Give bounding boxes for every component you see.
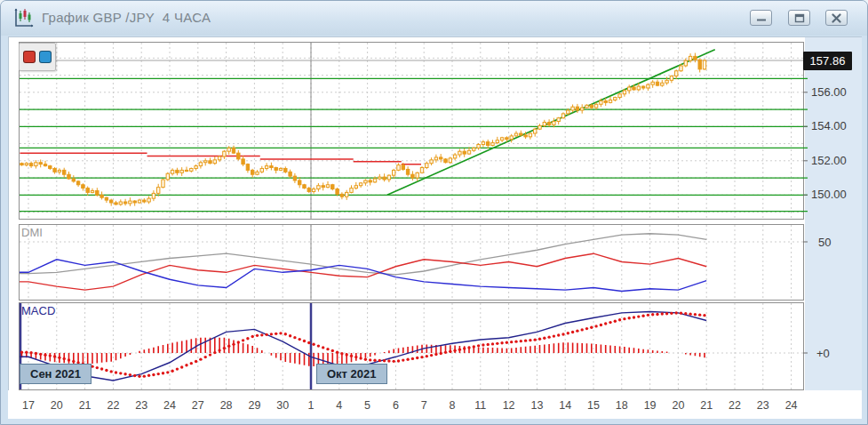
date-axis-label: 6	[384, 399, 407, 412]
date-axis-label: 28	[215, 399, 238, 412]
price-axis-label: 152.00	[811, 154, 847, 167]
macd-panel[interactable]	[19, 302, 804, 390]
dmi-panel[interactable]	[19, 224, 804, 301]
date-axis-label: 21	[74, 399, 97, 412]
date-axis-label: 24	[158, 399, 181, 412]
dmi-indicator-label: DMI	[21, 226, 43, 239]
price-panel[interactable]	[19, 42, 804, 220]
blue-marker-button[interactable]	[39, 51, 52, 63]
minimize-icon	[756, 13, 767, 22]
restore-icon	[794, 13, 805, 23]
date-axis-label: 18	[610, 399, 633, 412]
date-axis-label: 17	[17, 399, 40, 412]
date-axis-label: 20	[666, 399, 689, 412]
date-axis-label: 29	[243, 399, 266, 412]
price-axis-label: 156.00	[811, 85, 847, 99]
date-axis: 1720212223242728293014567811121314151819…	[8, 390, 862, 419]
date-axis-label: 5	[356, 399, 379, 412]
date-axis-label: 7	[412, 399, 435, 412]
month-label-september: Сен 2021	[20, 364, 92, 384]
macd-indicator-label: MACD	[21, 304, 55, 317]
date-axis-label: 27	[187, 399, 210, 412]
date-axis-label: 15	[582, 399, 605, 412]
date-axis-label: 24	[780, 399, 803, 412]
date-axis-label: 23	[130, 399, 153, 412]
date-axis-label: 30	[271, 399, 294, 412]
date-axis-label: 22	[101, 399, 124, 412]
date-axis-label: 8	[441, 399, 464, 412]
restore-button[interactable]	[788, 10, 810, 26]
date-axis-label: 11	[469, 399, 492, 412]
dmi-axis-label: 50	[818, 236, 831, 249]
price-axis-label: 150.00	[811, 188, 847, 201]
app-window: График GBP /JPY 4 ЧАСА DMI MACD Сен 2021…	[0, 0, 868, 425]
mini-toolbar	[19, 43, 56, 71]
red-marker-button[interactable]	[23, 51, 36, 63]
chart-app-icon	[12, 7, 36, 30]
close-button[interactable]	[825, 10, 848, 26]
date-axis-label: 14	[553, 399, 577, 412]
date-axis-label: 21	[695, 399, 718, 412]
date-axis-label: 4	[328, 399, 351, 412]
window-title: График GBP /JPY 4 ЧАСА	[42, 10, 211, 25]
macd-axis-label: +0	[816, 347, 830, 360]
date-axis-label: 20	[45, 399, 68, 412]
date-axis-label: 13	[525, 399, 548, 412]
current-price-badge: 157.86	[803, 52, 852, 70]
date-axis-label: 23	[752, 399, 775, 412]
date-axis-label: 19	[639, 399, 662, 412]
date-axis-label: 12	[498, 399, 521, 412]
close-icon	[832, 13, 841, 23]
price-axis-label: 154.00	[811, 119, 847, 132]
month-label-october: Окт 2021	[316, 364, 387, 384]
date-axis-label: 1	[299, 399, 323, 412]
title-bar[interactable]: График GBP /JPY 4 ЧАСА	[1, 1, 867, 36]
date-axis-label: 22	[723, 399, 746, 412]
minimize-button[interactable]	[750, 10, 772, 26]
